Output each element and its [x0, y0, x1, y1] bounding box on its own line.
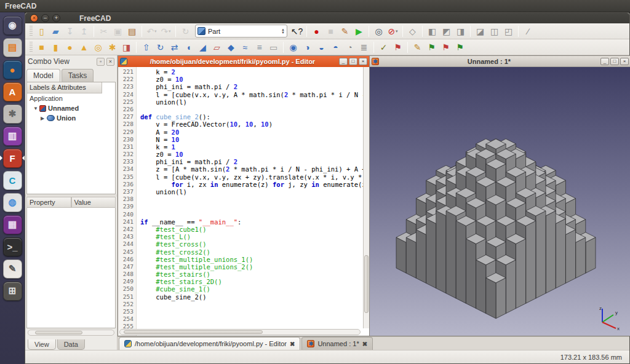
combo-spinner-icon[interactable]: ▲▼: [281, 28, 285, 34]
launcher-item-workspace-switcher[interactable]: ⊞: [0, 280, 25, 302]
tab-close-icon[interactable]: ✖: [290, 341, 295, 347]
window-minimize-button[interactable]: –: [41, 14, 49, 22]
refresh-button[interactable]: ↻: [179, 25, 192, 38]
launcher-item-files[interactable]: ▤: [0, 36, 25, 58]
boolean-button[interactable]: ◉: [287, 41, 300, 53]
expander-open-icon[interactable]: ▼: [33, 106, 39, 111]
scrollbar-handle[interactable]: [35, 331, 82, 334]
boolean-common-button[interactable]: ◓: [329, 41, 342, 53]
offset-button[interactable]: ≡: [253, 41, 266, 53]
zoom-selection-button[interactable]: ◎: [372, 25, 385, 38]
dock-close-button[interactable]: ×: [106, 58, 114, 66]
mdi-tab-viewport[interactable]: ✱ Unnamed : 1* ✖: [301, 337, 373, 350]
extrude-button[interactable]: ⇧: [140, 41, 153, 53]
check-geometry-button[interactable]: ✓: [377, 41, 390, 53]
scrollbar-handle[interactable]: [364, 255, 369, 313]
boolean-cut-button[interactable]: ◑: [301, 41, 314, 53]
section-button[interactable]: ◔: [343, 41, 356, 53]
editor-horizontal-scrollbar[interactable]: [119, 329, 361, 335]
view-rear-button[interactable]: ◪: [474, 25, 487, 38]
property-table-body[interactable]: [26, 208, 116, 328]
mdi-tab-editor[interactable]: /home/obijuan/development/friki/pyooml.p…: [119, 337, 300, 350]
view-front-button[interactable]: ◧: [426, 25, 439, 38]
code-area[interactable]: k = 2 z0 = 10 phi_ini = math.pi / 2 l = …: [137, 67, 369, 336]
view-top-button[interactable]: ◩: [440, 25, 453, 38]
openscad-remove-button[interactable]: ⚑: [439, 41, 452, 53]
editor-close-button[interactable]: ×: [359, 58, 367, 65]
save-file-button[interactable]: ↧: [63, 25, 76, 38]
launcher-item-terminal[interactable]: >_: [0, 235, 25, 258]
part-primitives-button[interactable]: ✱: [106, 41, 119, 53]
macro-edit-button[interactable]: ✎: [338, 25, 351, 38]
copy-button[interactable]: ▣: [111, 25, 124, 38]
editor-body[interactable]: 2212222232242252262272282292302312322332…: [118, 67, 369, 336]
openscad-edit-button[interactable]: ✎: [411, 41, 424, 53]
launcher-item-software-center[interactable]: A: [0, 81, 25, 103]
window-titlebar[interactable]: × – + FreeCAD: [25, 13, 629, 23]
macro-run-button[interactable]: ▶: [353, 25, 365, 38]
launcher-item-freecad[interactable]: F: [0, 147, 25, 169]
openscad-replace-button[interactable]: ⚑: [453, 41, 466, 53]
global-menu-app-title[interactable]: FreeCAD: [5, 2, 36, 10]
part-box-button[interactable]: ■: [35, 41, 48, 53]
expander-closed-icon[interactable]: ▶: [41, 116, 47, 121]
cross-sections-button[interactable]: ≣: [357, 41, 370, 53]
property-column-header[interactable]: Property: [26, 197, 71, 208]
cut-button[interactable]: ✂: [97, 25, 110, 38]
part-cylinder-button[interactable]: ▮: [49, 41, 62, 53]
view-bottom-button[interactable]: ◫: [488, 25, 501, 38]
dropdown-arrow-icon[interactable]: ▾: [169, 29, 171, 34]
macro-stop-button[interactable]: ■: [324, 25, 337, 38]
tab-data[interactable]: Data: [57, 339, 85, 350]
part-cone-button[interactable]: ▲: [78, 41, 90, 53]
tree-item-union[interactable]: ▶ Union: [27, 113, 115, 123]
loft-button[interactable]: ◆: [225, 41, 237, 53]
launcher-item-firefox[interactable]: ●: [0, 58, 25, 81]
launcher-item-dash-home[interactable]: ◉: [0, 14, 25, 36]
tree-item-unnamed[interactable]: ▼ Unnamed: [27, 103, 115, 113]
view-right-button[interactable]: ◨: [454, 25, 467, 38]
editor-minimize-button[interactable]: _: [339, 58, 348, 65]
view-left-button[interactable]: ◰: [502, 25, 515, 38]
tab-close-icon[interactable]: ✖: [362, 341, 367, 347]
fillet-button[interactable]: ◖: [182, 41, 195, 53]
tree-item-application[interactable]: Application: [27, 93, 115, 103]
scrollbar-handle[interactable]: [124, 330, 263, 334]
draw-style-button[interactable]: ⊘▾: [386, 25, 399, 38]
dropdown-arrow-icon[interactable]: ▾: [396, 29, 398, 34]
launcher-item-media-player[interactable]: ▦: [0, 213, 25, 235]
measure-distance-button[interactable]: ∕: [522, 25, 535, 38]
viewport-3d-canvas[interactable]: z y x: [370, 67, 630, 336]
open-file-button[interactable]: ▰: [49, 25, 62, 38]
editor-titlebar[interactable]: /home/obijuan/development/friki/pyooml.p…: [118, 56, 369, 67]
macro-record-button[interactable]: ●: [310, 25, 323, 38]
shape-builder-button[interactable]: ◨: [120, 41, 133, 53]
viewport-close-button[interactable]: ×: [620, 58, 629, 65]
editor-maximize-button[interactable]: □: [349, 58, 357, 65]
model-tree-panel[interactable]: Labels & Attributes Application ▼ Unname…: [26, 82, 116, 194]
tree-column-header[interactable]: Labels & Attributes: [27, 82, 102, 93]
undo-button[interactable]: ↶▾: [145, 25, 158, 38]
viewport-minimize-button[interactable]: _: [600, 58, 609, 65]
tab-tasks[interactable]: Tasks: [62, 69, 94, 82]
launcher-item-text-editor[interactable]: ✎: [0, 258, 25, 280]
sweep-button[interactable]: ≈: [239, 41, 252, 53]
chamfer-button[interactable]: ◢: [196, 41, 209, 53]
part-sphere-button[interactable]: ●: [63, 41, 76, 53]
value-column-header[interactable]: Value: [71, 197, 116, 208]
viewport-titlebar[interactable]: ✱ Unnamed : 1* _ □ ×: [370, 56, 630, 67]
new-file-button[interactable]: ▯: [35, 25, 48, 38]
export-file-button[interactable]: ↥: [78, 25, 90, 38]
editor-vertical-scrollbar[interactable]: [363, 67, 369, 328]
view-axonometric-button[interactable]: ◇: [406, 25, 419, 38]
launcher-item-purple-media-app[interactable]: ▥: [0, 125, 25, 147]
defeaturing-button[interactable]: ⚑: [391, 41, 404, 53]
redo-button[interactable]: ↷▾: [159, 25, 172, 38]
mirror-button[interactable]: ⇄: [168, 41, 181, 53]
toolbar-drag-handle[interactable]: [30, 42, 33, 53]
thickness-button[interactable]: ▭: [267, 41, 280, 53]
paste-button[interactable]: ▤: [126, 25, 138, 38]
workbench-selector[interactable]: Part▲▼: [195, 25, 287, 38]
toolbar-drag-handle[interactable]: [30, 26, 33, 37]
openscad-add-button[interactable]: ⚑: [425, 41, 438, 53]
